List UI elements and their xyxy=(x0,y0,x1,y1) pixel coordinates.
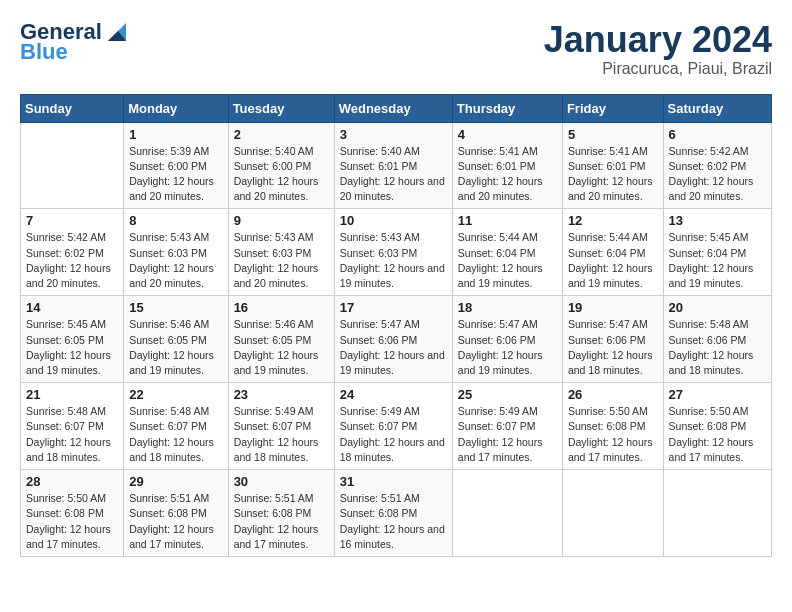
calendar-cell: 29Sunrise: 5:51 AMSunset: 6:08 PMDayligh… xyxy=(124,470,228,557)
day-number: 21 xyxy=(26,387,118,402)
day-number: 13 xyxy=(669,213,766,228)
logo-icon xyxy=(104,23,126,41)
day-info: Sunrise: 5:50 AMSunset: 6:08 PMDaylight:… xyxy=(568,404,658,465)
day-number: 31 xyxy=(340,474,447,489)
day-info: Sunrise: 5:49 AMSunset: 6:07 PMDaylight:… xyxy=(340,404,447,465)
day-number: 16 xyxy=(234,300,329,315)
calendar-cell: 11Sunrise: 5:44 AMSunset: 6:04 PMDayligh… xyxy=(452,209,562,296)
day-number: 28 xyxy=(26,474,118,489)
day-info: Sunrise: 5:47 AMSunset: 6:06 PMDaylight:… xyxy=(340,317,447,378)
day-info: Sunrise: 5:51 AMSunset: 6:08 PMDaylight:… xyxy=(234,491,329,552)
day-info: Sunrise: 5:42 AMSunset: 6:02 PMDaylight:… xyxy=(669,144,766,205)
calendar-cell: 19Sunrise: 5:47 AMSunset: 6:06 PMDayligh… xyxy=(562,296,663,383)
day-info: Sunrise: 5:40 AMSunset: 6:01 PMDaylight:… xyxy=(340,144,447,205)
header-saturday: Saturday xyxy=(663,94,771,122)
day-number: 8 xyxy=(129,213,222,228)
calendar-cell: 15Sunrise: 5:46 AMSunset: 6:05 PMDayligh… xyxy=(124,296,228,383)
day-info: Sunrise: 5:50 AMSunset: 6:08 PMDaylight:… xyxy=(26,491,118,552)
day-number: 27 xyxy=(669,387,766,402)
calendar-cell: 21Sunrise: 5:48 AMSunset: 6:07 PMDayligh… xyxy=(21,383,124,470)
day-info: Sunrise: 5:47 AMSunset: 6:06 PMDaylight:… xyxy=(458,317,557,378)
calendar-cell: 18Sunrise: 5:47 AMSunset: 6:06 PMDayligh… xyxy=(452,296,562,383)
day-number: 11 xyxy=(458,213,557,228)
day-number: 10 xyxy=(340,213,447,228)
day-info: Sunrise: 5:43 AMSunset: 6:03 PMDaylight:… xyxy=(340,230,447,291)
day-number: 2 xyxy=(234,127,329,142)
calendar-cell: 14Sunrise: 5:45 AMSunset: 6:05 PMDayligh… xyxy=(21,296,124,383)
day-number: 5 xyxy=(568,127,658,142)
day-number: 1 xyxy=(129,127,222,142)
day-info: Sunrise: 5:45 AMSunset: 6:05 PMDaylight:… xyxy=(26,317,118,378)
calendar-week-1: 7Sunrise: 5:42 AMSunset: 6:02 PMDaylight… xyxy=(21,209,772,296)
day-number: 19 xyxy=(568,300,658,315)
calendar-cell: 30Sunrise: 5:51 AMSunset: 6:08 PMDayligh… xyxy=(228,470,334,557)
day-info: Sunrise: 5:46 AMSunset: 6:05 PMDaylight:… xyxy=(234,317,329,378)
calendar-cell: 7Sunrise: 5:42 AMSunset: 6:02 PMDaylight… xyxy=(21,209,124,296)
calendar-week-0: 1Sunrise: 5:39 AMSunset: 6:00 PMDaylight… xyxy=(21,122,772,209)
day-info: Sunrise: 5:51 AMSunset: 6:08 PMDaylight:… xyxy=(340,491,447,552)
header-friday: Friday xyxy=(562,94,663,122)
calendar-week-4: 28Sunrise: 5:50 AMSunset: 6:08 PMDayligh… xyxy=(21,470,772,557)
calendar-table: SundayMondayTuesdayWednesdayThursdayFrid… xyxy=(20,94,772,557)
day-number: 7 xyxy=(26,213,118,228)
day-info: Sunrise: 5:43 AMSunset: 6:03 PMDaylight:… xyxy=(129,230,222,291)
day-number: 29 xyxy=(129,474,222,489)
calendar-cell: 1Sunrise: 5:39 AMSunset: 6:00 PMDaylight… xyxy=(124,122,228,209)
calendar-cell: 3Sunrise: 5:40 AMSunset: 6:01 PMDaylight… xyxy=(334,122,452,209)
day-info: Sunrise: 5:48 AMSunset: 6:07 PMDaylight:… xyxy=(129,404,222,465)
calendar-cell: 5Sunrise: 5:41 AMSunset: 6:01 PMDaylight… xyxy=(562,122,663,209)
day-info: Sunrise: 5:46 AMSunset: 6:05 PMDaylight:… xyxy=(129,317,222,378)
header-monday: Monday xyxy=(124,94,228,122)
calendar-cell: 27Sunrise: 5:50 AMSunset: 6:08 PMDayligh… xyxy=(663,383,771,470)
calendar-cell xyxy=(663,470,771,557)
calendar-cell: 9Sunrise: 5:43 AMSunset: 6:03 PMDaylight… xyxy=(228,209,334,296)
day-number: 6 xyxy=(669,127,766,142)
calendar-cell: 24Sunrise: 5:49 AMSunset: 6:07 PMDayligh… xyxy=(334,383,452,470)
calendar-cell: 20Sunrise: 5:48 AMSunset: 6:06 PMDayligh… xyxy=(663,296,771,383)
calendar-cell: 10Sunrise: 5:43 AMSunset: 6:03 PMDayligh… xyxy=(334,209,452,296)
day-number: 26 xyxy=(568,387,658,402)
calendar-cell: 4Sunrise: 5:41 AMSunset: 6:01 PMDaylight… xyxy=(452,122,562,209)
calendar-cell: 25Sunrise: 5:49 AMSunset: 6:07 PMDayligh… xyxy=(452,383,562,470)
calendar-cell: 26Sunrise: 5:50 AMSunset: 6:08 PMDayligh… xyxy=(562,383,663,470)
calendar-cell: 17Sunrise: 5:47 AMSunset: 6:06 PMDayligh… xyxy=(334,296,452,383)
calendar-cell xyxy=(21,122,124,209)
day-number: 24 xyxy=(340,387,447,402)
header-wednesday: Wednesday xyxy=(334,94,452,122)
calendar-week-3: 21Sunrise: 5:48 AMSunset: 6:07 PMDayligh… xyxy=(21,383,772,470)
calendar-cell: 12Sunrise: 5:44 AMSunset: 6:04 PMDayligh… xyxy=(562,209,663,296)
day-info: Sunrise: 5:49 AMSunset: 6:07 PMDaylight:… xyxy=(234,404,329,465)
day-number: 17 xyxy=(340,300,447,315)
day-number: 9 xyxy=(234,213,329,228)
page-header: General Blue January 2024 Piracuruca, Pi… xyxy=(20,20,772,78)
day-info: Sunrise: 5:40 AMSunset: 6:00 PMDaylight:… xyxy=(234,144,329,205)
calendar-header-row: SundayMondayTuesdayWednesdayThursdayFrid… xyxy=(21,94,772,122)
calendar-cell: 31Sunrise: 5:51 AMSunset: 6:08 PMDayligh… xyxy=(334,470,452,557)
day-number: 3 xyxy=(340,127,447,142)
day-number: 23 xyxy=(234,387,329,402)
header-thursday: Thursday xyxy=(452,94,562,122)
day-info: Sunrise: 5:42 AMSunset: 6:02 PMDaylight:… xyxy=(26,230,118,291)
title-block: January 2024 Piracuruca, Piaui, Brazil xyxy=(544,20,772,78)
calendar-cell: 6Sunrise: 5:42 AMSunset: 6:02 PMDaylight… xyxy=(663,122,771,209)
day-number: 20 xyxy=(669,300,766,315)
day-number: 25 xyxy=(458,387,557,402)
calendar-cell: 8Sunrise: 5:43 AMSunset: 6:03 PMDaylight… xyxy=(124,209,228,296)
day-info: Sunrise: 5:49 AMSunset: 6:07 PMDaylight:… xyxy=(458,404,557,465)
calendar-cell: 2Sunrise: 5:40 AMSunset: 6:00 PMDaylight… xyxy=(228,122,334,209)
calendar-cell: 28Sunrise: 5:50 AMSunset: 6:08 PMDayligh… xyxy=(21,470,124,557)
calendar-cell xyxy=(452,470,562,557)
day-info: Sunrise: 5:47 AMSunset: 6:06 PMDaylight:… xyxy=(568,317,658,378)
header-sunday: Sunday xyxy=(21,94,124,122)
day-info: Sunrise: 5:51 AMSunset: 6:08 PMDaylight:… xyxy=(129,491,222,552)
day-number: 22 xyxy=(129,387,222,402)
day-number: 18 xyxy=(458,300,557,315)
day-info: Sunrise: 5:48 AMSunset: 6:06 PMDaylight:… xyxy=(669,317,766,378)
day-info: Sunrise: 5:39 AMSunset: 6:00 PMDaylight:… xyxy=(129,144,222,205)
day-info: Sunrise: 5:41 AMSunset: 6:01 PMDaylight:… xyxy=(568,144,658,205)
calendar-cell: 23Sunrise: 5:49 AMSunset: 6:07 PMDayligh… xyxy=(228,383,334,470)
header-tuesday: Tuesday xyxy=(228,94,334,122)
calendar-cell xyxy=(562,470,663,557)
day-info: Sunrise: 5:44 AMSunset: 6:04 PMDaylight:… xyxy=(568,230,658,291)
calendar-cell: 16Sunrise: 5:46 AMSunset: 6:05 PMDayligh… xyxy=(228,296,334,383)
